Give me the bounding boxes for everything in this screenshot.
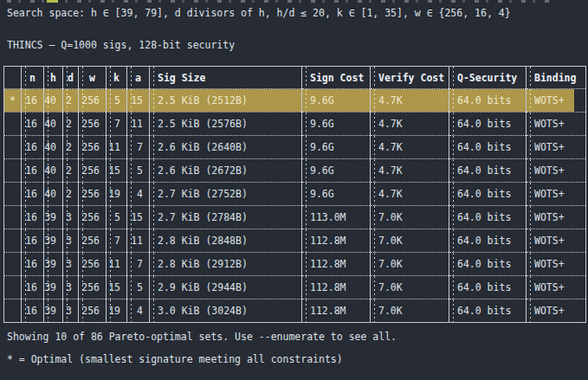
- table-row: 163932567112.8 KiB (2848B)112.8M7.0K64.0…: [4, 229, 586, 253]
- cell-k: 11: [107, 253, 127, 276]
- cell-a: 15: [127, 89, 150, 113]
- clipped-previous-line: [7, 0, 552, 3]
- cell-binding: WOTS+: [527, 136, 586, 159]
- cell-n: 16: [22, 299, 44, 323]
- cell-binding: WOTS+: [527, 253, 586, 276]
- cell-h: 40: [44, 136, 63, 159]
- cell-a: 11: [127, 229, 150, 253]
- cell-sig_size: 2.7 KiB (2784B): [150, 206, 302, 229]
- cell-binding: WOTS+: [527, 159, 586, 183]
- table-header-row: nhdwkaSig SizeSign CostVerify CostQ-Secu…: [4, 67, 586, 89]
- column-header-verify_cost: Verify Cost: [371, 67, 449, 89]
- cell-sign_cost: 112.8M: [302, 276, 371, 299]
- cell-w: 256: [79, 276, 107, 299]
- cell-sign_cost: 112.8M: [302, 299, 371, 323]
- cell-binding: WOTS+: [527, 113, 586, 136]
- cell-verify_cost: 4.7K: [371, 89, 449, 113]
- cell-n: 16: [22, 276, 44, 299]
- cell-star: [4, 113, 22, 136]
- cell-q_security: 64.0 bits: [449, 299, 527, 323]
- cell-n: 16: [22, 89, 44, 113]
- cell-star: [4, 159, 22, 183]
- cell-n: 16: [22, 136, 44, 159]
- cell-a: 4: [127, 183, 150, 206]
- cell-sign_cost: 9.6G: [302, 113, 371, 136]
- cell-q_security: 64.0 bits: [449, 206, 527, 229]
- table-row-optimal: *164022565152.5 KiB (2512B)9.6G4.7K64.0 …: [4, 89, 586, 113]
- cell-k: 7: [107, 113, 127, 136]
- cell-sig_size: 2.5 KiB (2512B): [150, 89, 302, 113]
- cell-k: 15: [107, 276, 127, 299]
- cell-sign_cost: 9.6G: [302, 89, 371, 113]
- cell-q_security: 64.0 bits: [449, 276, 527, 299]
- cell-a: 11: [127, 113, 150, 136]
- cell-k: 11: [107, 136, 127, 159]
- cell-q_security: 64.0 bits: [449, 253, 527, 276]
- cell-d: 3: [63, 299, 79, 323]
- cell-d: 2: [63, 136, 79, 159]
- cell-binding: WOTS+: [527, 206, 586, 229]
- cell-a: 7: [127, 253, 150, 276]
- cell-sig_size: 2.6 KiB (2640B): [150, 136, 302, 159]
- optimal-legend: * = Optimal (smallest signature meeting …: [0, 343, 588, 365]
- cell-h: 40: [44, 89, 63, 113]
- cell-sign_cost: 9.6G: [302, 159, 371, 183]
- column-header-n: n: [22, 67, 44, 89]
- cell-n: 16: [22, 206, 44, 229]
- table-row: 164022561942.7 KiB (2752B)9.6G4.7K64.0 b…: [4, 183, 586, 206]
- cell-w: 256: [79, 229, 107, 253]
- search-space-line: Search space: h ∈ [39, 79], d divisors o…: [0, 0, 588, 19]
- cell-verify_cost: 4.7K: [371, 113, 449, 136]
- cell-binding: WOTS+: [527, 276, 586, 299]
- cell-h: 39: [44, 229, 63, 253]
- cell-binding: WOTS+: [527, 229, 586, 253]
- cell-verify_cost: 4.7K: [371, 183, 449, 206]
- column-header-star: [4, 67, 22, 89]
- cell-h: 39: [44, 206, 63, 229]
- cell-verify_cost: 4.7K: [371, 159, 449, 183]
- results-summary: Showing 10 of 86 Pareto-optimal sets. Us…: [0, 323, 588, 343]
- cell-a: 4: [127, 299, 150, 323]
- pareto-table: nhdwkaSig SizeSign CostVerify CostQ-Secu…: [3, 66, 586, 323]
- cell-verify_cost: 7.0K: [371, 299, 449, 323]
- cell-star: [4, 183, 22, 206]
- cell-q_security: 64.0 bits: [449, 113, 527, 136]
- cell-binding: WOTS+: [527, 299, 586, 323]
- clipped-line-yellow-fragment: [47, 0, 58, 3]
- cell-verify_cost: 7.0K: [371, 229, 449, 253]
- column-header-d: d: [63, 67, 79, 89]
- column-header-w: w: [79, 67, 107, 89]
- cell-d: 2: [63, 89, 79, 113]
- column-header-h: h: [44, 67, 63, 89]
- table-row: 164022561172.6 KiB (2640B)9.6G4.7K64.0 b…: [4, 136, 586, 159]
- cell-d: 3: [63, 206, 79, 229]
- cell-verify_cost: 7.0K: [371, 276, 449, 299]
- cell-k: 5: [107, 206, 127, 229]
- cell-q_security: 64.0 bits: [449, 229, 527, 253]
- cell-star: [4, 276, 22, 299]
- table-row: 163932565152.7 KiB (2784B)113.0M7.0K64.0…: [4, 206, 586, 229]
- table-row: 164022567112.5 KiB (2576B)9.6G4.7K64.0 b…: [4, 113, 586, 136]
- cell-h: 40: [44, 183, 63, 206]
- cell-h: 39: [44, 299, 63, 323]
- column-header-q_security: Q-Security: [449, 67, 527, 89]
- column-header-sig_size: Sig Size: [150, 67, 302, 89]
- table-row: 163932561172.8 KiB (2912B)112.8M7.0K64.0…: [4, 253, 586, 276]
- cell-sig_size: 2.5 KiB (2576B): [150, 113, 302, 136]
- cell-w: 256: [79, 183, 107, 206]
- cell-sign_cost: 9.6G: [302, 183, 371, 206]
- cell-sign_cost: 113.0M: [302, 206, 371, 229]
- cell-d: 2: [63, 159, 79, 183]
- table-row: 163932561943.0 KiB (3024B)112.8M7.0K64.0…: [4, 299, 586, 323]
- cell-verify_cost: 4.7K: [371, 136, 449, 159]
- cell-d: 2: [63, 183, 79, 206]
- cell-n: 16: [22, 113, 44, 136]
- column-header-binding: Binding: [527, 67, 586, 89]
- cell-a: 15: [127, 206, 150, 229]
- cell-h: 40: [44, 159, 63, 183]
- cell-h: 39: [44, 253, 63, 276]
- cell-a: 5: [127, 159, 150, 183]
- cell-binding: WOTS+: [527, 89, 586, 113]
- cell-w: 256: [79, 299, 107, 323]
- cell-d: 3: [63, 253, 79, 276]
